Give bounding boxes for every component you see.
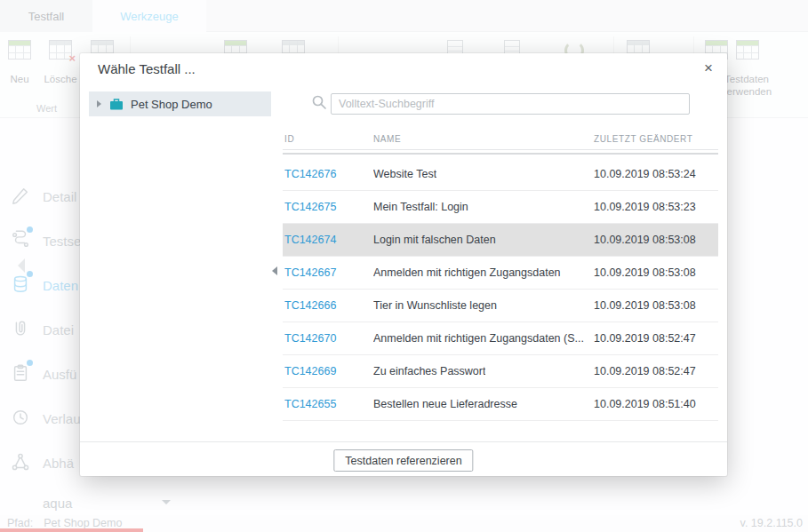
testcase-id-link[interactable]: TC142670 [284,322,336,354]
table-row[interactable]: TC142669 Zu einfaches Passwort 10.09.201… [283,355,718,388]
testcase-table: TC142676 Website Test 10.09.2019 08:53:2… [283,158,718,421]
testcase-id-link[interactable]: TC142655 [284,388,336,420]
testcase-modified: 10.09.2019 08:52:47 [594,322,696,354]
dialog-title: Wähle Testfall ... [98,61,196,76]
testcase-name: Zu einfaches Passwort [373,355,485,387]
table-row[interactable]: TC142675 Mein Testfall: Login 10.09.2019… [283,191,718,224]
testcase-modified: 10.09.2019 08:51:40 [594,388,696,420]
testcase-id-link[interactable]: TC142666 [284,290,336,322]
tree-item-pet-shop-demo[interactable]: Pet Shop Demo [89,91,271,116]
table-row[interactable]: TC142667 Anmelden mit richtigen Zugangsd… [283,257,718,290]
testcase-name: Anmelden mit richtigen Zugangsdaten (S..… [373,322,584,354]
tree-item-label: Pet Shop Demo [131,98,212,111]
table-row[interactable]: TC142674 Login mit falschen Daten 10.09.… [283,224,718,257]
search-icon [311,94,327,114]
testcase-name: Mein Testfall: Login [373,191,468,223]
testcase-modified: 10.09.2019 08:53:08 [594,290,696,322]
testcase-name: Bestellen neue Lieferadresse [373,388,517,420]
testcase-name: Website Test [373,158,436,190]
expand-arrow-icon[interactable] [97,100,101,107]
column-header-modified[interactable]: ZULETZT GEÄNDERT [594,134,692,144]
testcase-id-link[interactable]: TC142676 [284,158,336,190]
testcase-modified: 10.09.2019 08:53:08 [594,257,696,289]
testcase-name: Tier in Wunschliste legen [373,290,497,322]
briefcase-icon [109,98,124,111]
table-row[interactable]: TC142670 Anmelden mit richtigen Zugangsd… [283,322,718,355]
table-row[interactable]: TC142676 Website Test 10.09.2019 08:53:2… [283,158,718,191]
table-header: ID NAME ZULETZT GEÄNDERT [283,131,718,149]
column-header-id[interactable]: ID [284,134,294,144]
close-icon[interactable]: × [699,59,718,78]
testcase-modified: 10.09.2019 08:53:23 [594,191,696,223]
testcase-name: Login mit falschen Daten [373,224,496,256]
testcase-modified: 10.09.2019 08:53:08 [594,224,696,256]
testcase-modified: 10.09.2019 08:53:24 [594,158,696,190]
testcase-modified: 10.09.2019 08:52:47 [594,355,696,387]
testcase-id-link[interactable]: TC142674 [284,224,336,256]
column-header-name[interactable]: NAME [373,134,401,144]
dialog-footer-divider [80,441,727,442]
testcase-name: Anmelden mit richtigen Zugangsdaten [373,257,561,289]
table-header-divider [283,149,718,150]
testcase-id-link[interactable]: TC142675 [284,191,336,223]
table-header-scrollline [283,153,718,155]
search-input[interactable] [331,93,690,115]
collapse-tree-handle-icon[interactable] [272,266,277,275]
testcase-id-link[interactable]: TC142669 [284,355,336,387]
table-row[interactable]: TC142666 Tier in Wunschliste legen 10.09… [283,290,718,322]
testcase-id-link[interactable]: TC142667 [284,257,336,289]
reference-testdata-button[interactable]: Testdaten referenzieren [333,449,473,472]
choose-testcase-dialog: Wähle Testfall ... × Pet Shop Demo ID NA… [80,53,727,476]
table-row[interactable]: TC142655 Bestellen neue Lieferadresse 10… [283,388,718,421]
